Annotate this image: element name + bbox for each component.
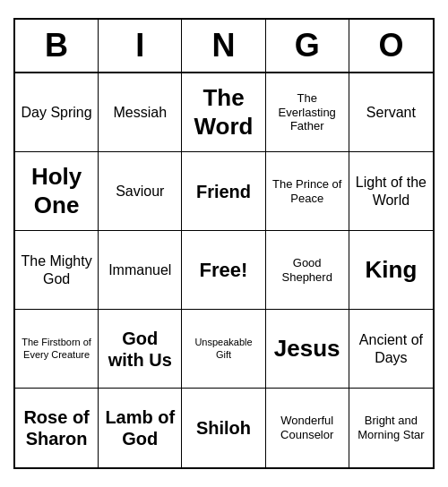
cell-text-4: Servant <box>366 104 416 121</box>
header-letter-o: O <box>349 20 433 72</box>
bingo-cell-10: The Mighty God <box>15 231 99 310</box>
cell-text-1: Messiah <box>114 104 168 121</box>
bingo-cell-15: The Firstborn of Every Creature <box>15 310 99 389</box>
bingo-cell-20: Rose of Sharon <box>15 389 99 467</box>
cell-text-8: The Prince of Peace <box>270 177 345 205</box>
bingo-cell-3: The Everlasting Father <box>266 73 349 152</box>
cell-text-24: Bright and Morning Star <box>353 414 429 441</box>
cell-text-12: Free! <box>200 259 248 282</box>
cell-text-21: Lamb of God <box>102 406 177 449</box>
cell-text-11: Immanuel <box>108 261 171 278</box>
bingo-cell-2: The Word <box>182 73 265 152</box>
cell-text-14: King <box>366 256 418 284</box>
bingo-cell-22: Shiloh <box>182 389 265 467</box>
cell-text-18: Jesus <box>274 335 340 363</box>
cell-text-20: Rose of Sharon <box>19 406 94 449</box>
cell-text-7: Friend <box>196 181 251 202</box>
bingo-cell-13: Good Shepherd <box>266 231 349 310</box>
bingo-cell-21: Lamb of God <box>99 389 182 467</box>
cell-text-10: The Mighty God <box>19 252 94 286</box>
cell-text-16: God with Us <box>102 328 177 371</box>
cell-text-0: Day Spring <box>22 104 92 121</box>
bingo-cell-7: Friend <box>182 152 265 231</box>
bingo-cell-23: Wonderful Counselor <box>266 389 349 467</box>
header-letter-i: I <box>99 20 182 72</box>
header-letter-b: B <box>15 20 99 72</box>
bingo-cell-14: King <box>349 231 433 310</box>
cell-text-17: Unspeakable Gift <box>185 337 261 360</box>
bingo-cell-9: Light of the World <box>349 152 433 231</box>
cell-text-19: Ancient of Days <box>353 331 429 365</box>
bingo-cell-8: The Prince of Peace <box>266 152 349 231</box>
bingo-cell-16: God with Us <box>99 310 182 389</box>
cell-text-6: Saviour <box>116 183 164 200</box>
bingo-cell-5: Holy One <box>15 152 99 231</box>
bingo-cell-11: Immanuel <box>99 231 182 310</box>
bingo-cell-19: Ancient of Days <box>349 310 433 389</box>
bingo-cell-17: Unspeakable Gift <box>182 310 265 389</box>
cell-text-23: Wonderful Counselor <box>270 414 345 441</box>
cell-text-3: The Everlasting Father <box>270 91 345 133</box>
bingo-header: BINGO <box>15 20 433 73</box>
bingo-cell-18: Jesus <box>266 310 349 389</box>
bingo-cell-12: Free! <box>182 231 265 310</box>
bingo-cell-1: Messiah <box>99 73 182 152</box>
bingo-grid: Day SpringMessiahThe WordThe Everlasting… <box>15 73 433 467</box>
cell-text-5: Holy One <box>19 163 94 218</box>
cell-text-15: The Firstborn of Every Creature <box>19 337 94 360</box>
bingo-cell-0: Day Spring <box>15 73 99 152</box>
cell-text-22: Shiloh <box>196 417 251 439</box>
header-letter-g: G <box>266 20 349 72</box>
cell-text-2: The Word <box>185 84 261 140</box>
bingo-card: BINGO Day SpringMessiahThe WordThe Everl… <box>13 18 435 469</box>
cell-text-9: Light of the World <box>353 174 429 208</box>
bingo-cell-6: Saviour <box>99 152 182 231</box>
header-letter-n: N <box>182 20 265 72</box>
cell-text-13: Good Shepherd <box>270 256 345 284</box>
bingo-cell-4: Servant <box>349 73 433 152</box>
bingo-cell-24: Bright and Morning Star <box>349 389 433 467</box>
